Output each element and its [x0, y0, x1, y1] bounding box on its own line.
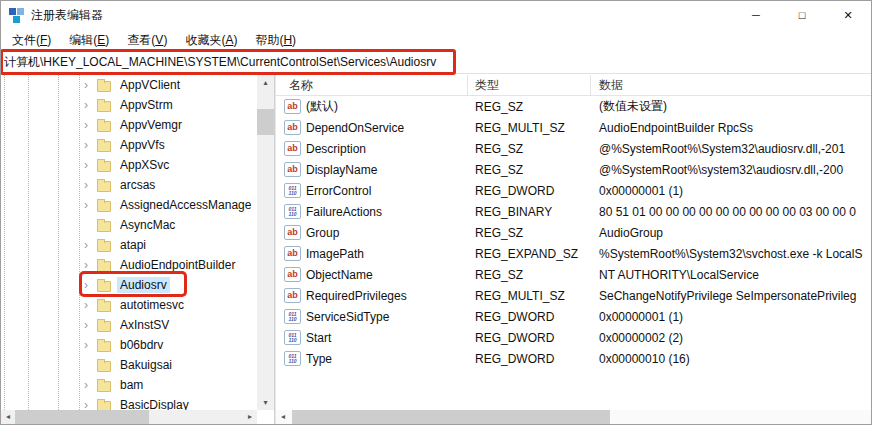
list-hscroll-thumb[interactable] [292, 410, 610, 424]
tree-item-label: AudioEndpointBuilder [117, 257, 238, 273]
value-data: 80 51 01 00 00 00 00 00 00 00 00 00 03 0… [591, 205, 871, 219]
tree-item-bakuigsai[interactable]: ›Bakuigsai [1, 355, 257, 375]
menu-view[interactable]: 查看(V) [118, 30, 176, 51]
column-header-name[interactable]: 名称 [276, 75, 468, 96]
value-row-errorcontrol[interactable]: 011110ErrorControl REG_DWORD 0x00000001 … [276, 180, 871, 201]
tree-item-appvstrm[interactable]: ›AppvStrm [1, 95, 257, 115]
value-row-group[interactable]: abGroup REG_SZ AudioGroup [276, 222, 871, 243]
value-type: REG_BINARY [468, 205, 591, 219]
chevron-right-icon[interactable]: › [84, 199, 97, 211]
tree-vertical-scrollbar[interactable]: ▴ ▾ [257, 75, 274, 410]
scroll-up-icon[interactable]: ▴ [257, 75, 274, 90]
value-row-description[interactable]: abDescription REG_SZ @%SystemRoot%\Syste… [276, 138, 871, 159]
value-name: Type [306, 352, 332, 366]
column-header-type[interactable]: 类型 [468, 75, 591, 96]
chevron-right-icon[interactable]: › [84, 319, 97, 331]
menu-favorites[interactable]: 收藏夹(A) [176, 30, 246, 51]
chevron-right-icon[interactable]: › [84, 279, 97, 291]
tree-item-b06bdrv[interactable]: ›b06bdrv [1, 335, 257, 355]
value-data: (数值未设置) [591, 98, 871, 115]
chevron-right-icon[interactable]: › [84, 339, 97, 351]
tree-item-atapi[interactable]: ›atapi [1, 235, 257, 255]
scroll-right-icon[interactable]: ▸ [243, 410, 257, 424]
value-type: REG_SZ [468, 142, 591, 156]
dword-value-icon: 011110 [284, 351, 301, 366]
value-type: REG_SZ [468, 100, 591, 114]
value-row-objectname[interactable]: abObjectName REG_SZ NT AUTHORITY\LocalSe… [276, 264, 871, 285]
tree-item-label: Bakuigsai [117, 357, 175, 373]
address-bar[interactable]: 计算机\HKEY_LOCAL_MACHINE\SYSTEM\CurrentCon… [1, 51, 871, 74]
tree-item-appxsvc[interactable]: ›AppXSvc [1, 155, 257, 175]
tree-item-assignedaccessmanager[interactable]: ›AssignedAccessManage [1, 195, 257, 215]
tree-item-arcsas[interactable]: ›arcsas [1, 175, 257, 195]
menu-file[interactable]: 文件(F) [3, 30, 60, 51]
value-data: @%SystemRoot%\system32\audiosrv.dll,-200 [591, 163, 871, 177]
chevron-right-icon[interactable]: › [84, 99, 97, 111]
tree-item-axinstsv[interactable]: ›AxInstSV [1, 315, 257, 335]
value-type: REG_SZ [468, 226, 591, 240]
value-name: Description [306, 142, 366, 156]
value-data: %SystemRoot%\System32\svchost.exe -k Loc… [591, 247, 871, 261]
value-row-default[interactable]: ab(默认) REG_SZ (数值未设置) [276, 96, 871, 117]
value-type: REG_DWORD [468, 352, 591, 366]
value-row-start[interactable]: 011110Start REG_DWORD 0x00000002 (2) [276, 327, 871, 348]
tree-item-asyncmac[interactable]: ›AsyncMac [1, 215, 257, 235]
chevron-right-icon[interactable]: › [84, 119, 97, 131]
registry-editor-window: 注册表编辑器 ─ □ ✕ 文件(F) 编辑(E) 查看(V) 收藏夹(A) 帮助… [0, 0, 872, 425]
folder-icon [97, 341, 111, 352]
tree-items: ›AppVClient ›AppvStrm ›AppvVemgr ›AppvVf… [1, 75, 257, 415]
value-row-requiredprivileges[interactable]: abRequiredPrivileges REG_MULTI_SZ SeChan… [276, 285, 871, 306]
value-row-imagepath[interactable]: abImagePath REG_EXPAND_SZ %SystemRoot%\S… [276, 243, 871, 264]
chevron-right-icon[interactable]: › [84, 239, 97, 251]
folder-icon [97, 381, 111, 392]
tree-item-bam[interactable]: ›bam [1, 375, 257, 395]
tree-horizontal-scrollbar[interactable]: ◂ ▸ [1, 410, 257, 424]
column-header-data[interactable]: 数据 [591, 75, 871, 96]
value-name: DependOnService [306, 121, 404, 135]
folder-icon [97, 241, 111, 252]
tree-item-appvclient[interactable]: ›AppVClient [1, 75, 257, 95]
chevron-right-icon[interactable]: › [84, 139, 97, 151]
tree-item-label: autotimesvc [117, 297, 187, 313]
chevron-right-icon[interactable]: › [84, 299, 97, 311]
value-row-dependonservice[interactable]: abDependOnService REG_MULTI_SZ AudioEndp… [276, 117, 871, 138]
folder-icon [97, 201, 111, 212]
tree-item-label: AsyncMac [117, 217, 178, 233]
folder-icon [97, 161, 111, 172]
value-row-displayname[interactable]: abDisplayName REG_SZ @%SystemRoot%\syste… [276, 159, 871, 180]
value-row-failureactions[interactable]: 011110FailureActions REG_BINARY 80 51 01… [276, 201, 871, 222]
close-button[interactable]: ✕ [825, 1, 871, 29]
tree-item-audioendpointbuilder[interactable]: ›AudioEndpointBuilder [1, 255, 257, 275]
minimize-button[interactable]: ─ [733, 1, 779, 29]
value-type: REG_EXPAND_SZ [468, 247, 591, 261]
tree-vscroll-thumb[interactable] [257, 109, 274, 135]
tree-hscroll-thumb[interactable] [15, 410, 149, 424]
registry-tree-panel: ›AppVClient ›AppvStrm ›AppvVemgr ›AppvVf… [1, 75, 274, 424]
folder-icon [97, 301, 111, 312]
tree-item-appvvfs[interactable]: ›AppvVfs [1, 135, 257, 155]
chevron-right-icon[interactable]: › [84, 379, 97, 391]
scroll-down-icon[interactable]: ▾ [257, 395, 274, 410]
value-row-servicesidtype[interactable]: 011110ServiceSidType REG_DWORD 0x0000000… [276, 306, 871, 327]
value-row-type[interactable]: 011110Type REG_DWORD 0x00000010 (16) [276, 348, 871, 369]
scroll-left-icon[interactable]: ◂ [276, 410, 290, 424]
chevron-right-icon[interactable]: › [84, 259, 97, 271]
folder-icon [97, 141, 111, 152]
tree-item-audiosrv[interactable]: ›Audiosrv [1, 275, 257, 295]
address-path: 计算机\HKEY_LOCAL_MACHINE\SYSTEM\CurrentCon… [4, 54, 436, 71]
chevron-right-icon[interactable]: › [84, 79, 97, 91]
value-data: SeChangeNotifyPrivilege SeImpersonatePri… [591, 289, 871, 303]
folder-icon [97, 261, 111, 272]
tree-item-appvvemgr[interactable]: ›AppvVemgr [1, 115, 257, 135]
maximize-button[interactable]: □ [779, 1, 825, 29]
menu-edit[interactable]: 编辑(E) [60, 30, 118, 51]
tree-item-label: AxInstSV [117, 317, 172, 333]
value-data: 0x00000001 (1) [591, 310, 871, 324]
scroll-left-icon[interactable]: ◂ [1, 410, 15, 424]
list-horizontal-scrollbar[interactable]: ◂ [276, 410, 871, 424]
tree-item-autotimesvc[interactable]: ›autotimesvc [1, 295, 257, 315]
menu-help[interactable]: 帮助(H) [246, 30, 305, 51]
chevron-right-icon[interactable]: › [84, 159, 97, 171]
binary-value-icon: 011110 [284, 204, 301, 219]
chevron-right-icon[interactable]: › [84, 179, 97, 191]
